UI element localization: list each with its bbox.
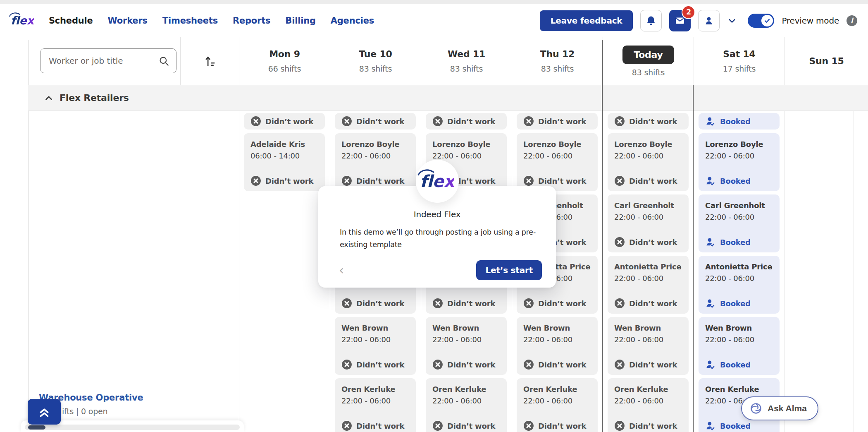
status-label: Didn’t work xyxy=(356,117,404,126)
shift-card[interactable]: Lorenzo Boyle22:00 - 06:00Didn’t work xyxy=(335,133,416,191)
shift-time: 22:00 - 06:00 xyxy=(432,396,500,405)
status-label: Didn’t work xyxy=(629,422,677,430)
x-circle-icon xyxy=(614,359,625,370)
shift-status-chip[interactable]: Didn’t work xyxy=(335,113,416,130)
shift-card[interactable]: Lorenzo Boyle22:00 - 06:00Didn’t work xyxy=(608,133,689,191)
worker-name: Adelaide Kris xyxy=(250,140,318,149)
status-label: Didn’t work xyxy=(538,177,586,185)
scrollbar-thumb[interactable] xyxy=(28,425,45,430)
preview-mode-toggle[interactable] xyxy=(748,14,774,28)
nav-link-reports[interactable]: Reports xyxy=(233,16,270,26)
worker-name: Lorenzo Boyle xyxy=(523,140,591,149)
day-header-wed-11[interactable]: Wed 1183 shifts xyxy=(421,37,512,85)
nav-link-workers[interactable]: Workers xyxy=(108,16,148,26)
day-header-sun-15[interactable]: Sun 15 xyxy=(785,37,868,85)
card-status-row: Didn’t work xyxy=(523,175,591,186)
primary-nav: ScheduleWorkersTimesheetsReportsBillingA… xyxy=(49,16,374,26)
shift-card[interactable]: Wen Brown22:00 - 06:00Didn’t work xyxy=(608,317,689,375)
nav-link-timesheets[interactable]: Timesheets xyxy=(162,16,218,26)
shift-card[interactable]: Carl Greenholt22:00 - 06:00Booked xyxy=(699,194,780,252)
shift-time: 22:00 - 06:00 xyxy=(614,213,682,221)
status-label: Didn’t work xyxy=(447,117,495,126)
chip-status-row: Didn’t work xyxy=(341,116,404,127)
nav-link-agencies[interactable]: Agencies xyxy=(331,16,374,26)
job-meta: ifts | 0 open xyxy=(62,407,107,416)
nav-link-billing[interactable]: Billing xyxy=(285,16,315,26)
scroll-top-button[interactable] xyxy=(28,399,61,425)
shift-card[interactable]: Wen Brown22:00 - 06:00Booked xyxy=(699,317,780,375)
card-status-row: Booked xyxy=(705,420,773,431)
notifications-button[interactable] xyxy=(640,10,662,31)
x-circle-icon xyxy=(250,175,261,186)
card-status-row: Didn’t work xyxy=(614,175,682,186)
shift-time: 22:00 - 06:00 xyxy=(614,396,682,405)
logo-arc-icon xyxy=(417,168,434,176)
status-label: Didn’t work xyxy=(265,177,313,185)
x-circle-icon xyxy=(432,298,443,309)
shift-status-chip[interactable]: Didn’t work xyxy=(608,113,689,130)
shift-time: 22:00 - 06:00 xyxy=(614,335,682,344)
shift-card[interactable]: Lorenzo Boyle22:00 - 06:00Booked xyxy=(699,133,780,191)
shift-card[interactable]: Adelaide Kris06:00 - 14:00Didn’t work xyxy=(244,133,325,191)
toggle-knob xyxy=(761,15,773,26)
day-header-today[interactable]: Today83 shifts xyxy=(603,37,694,85)
x-circle-icon xyxy=(523,359,534,370)
shift-status-chip[interactable]: Didn’t work xyxy=(517,113,598,130)
shift-status-chip[interactable]: Didn’t work xyxy=(426,113,507,130)
shift-card[interactable]: Antonietta Price22:00 - 06:00Didn’t work xyxy=(608,256,689,314)
person-check-icon xyxy=(705,420,716,431)
x-circle-icon xyxy=(614,298,625,309)
lets-start-button[interactable]: Let’s start xyxy=(476,260,542,280)
worker-name: Lorenzo Boyle xyxy=(614,140,682,149)
shift-card[interactable]: Wen Brown22:00 - 06:00Didn’t work xyxy=(426,317,507,375)
card-status-row: Didn’t work xyxy=(341,359,409,370)
flex-logo[interactable]: flex xyxy=(11,15,34,26)
sort-button[interactable] xyxy=(180,37,239,85)
worker-name: Oren Kerluke xyxy=(341,385,409,394)
ask-alma-button[interactable]: Ask Alma xyxy=(741,396,818,420)
status-label: Didn’t work xyxy=(629,238,677,247)
status-label: Didn’t work xyxy=(447,299,495,308)
shift-time: 22:00 - 06:00 xyxy=(705,274,773,283)
worker-name: Lorenzo Boyle xyxy=(705,140,773,149)
status-label: Didn’t work xyxy=(629,299,677,308)
shift-time: 22:00 - 06:00 xyxy=(341,396,409,405)
day-shift-count: 17 shifts xyxy=(723,64,756,73)
shift-card[interactable]: Oren Kerluke22:00 - 06:00Didn’t work xyxy=(335,378,416,432)
x-circle-icon xyxy=(523,420,534,431)
shift-status-chip[interactable]: Didn’t work xyxy=(244,113,325,130)
shift-card[interactable]: Lorenzo Boyle22:00 - 06:00Didn’t work xyxy=(517,133,598,191)
worker-name: Oren Kerluke xyxy=(614,385,682,394)
day-header-sat-14[interactable]: Sat 1417 shifts xyxy=(694,37,785,85)
search-input[interactable] xyxy=(48,55,158,66)
account-menu-chevron-icon[interactable] xyxy=(727,16,737,26)
chip-status-row: Didn’t work xyxy=(432,116,495,127)
top-nav: flex ScheduleWorkersTimesheetsReportsBil… xyxy=(0,4,868,37)
account-button[interactable] xyxy=(698,10,720,31)
day-label: Wed 11 xyxy=(448,49,485,59)
section-header: Flex Retailers xyxy=(28,85,868,111)
leave-feedback-button[interactable]: Leave feedback xyxy=(540,10,633,31)
shift-card[interactable]: Antonietta Price22:00 - 06:00Booked xyxy=(699,256,780,314)
day-shift-count: 83 shifts xyxy=(359,64,392,73)
shift-card[interactable]: Oren Kerluke22:00 - 06:00Didn’t work xyxy=(517,378,598,432)
shift-card[interactable]: Carl Greenholt22:00 - 06:00Didn’t work xyxy=(608,194,689,252)
card-status-row: Booked xyxy=(705,175,773,186)
shift-status-chip[interactable]: Booked xyxy=(699,113,780,130)
day-header-thu-12[interactable]: Thu 1283 shifts xyxy=(512,37,603,85)
day-header-mon-9[interactable]: Mon 966 shifts xyxy=(239,37,330,85)
indeed-flex-app: flex ScheduleWorkersTimesheetsReportsBil… xyxy=(0,0,868,432)
day-header-tue-10[interactable]: Tue 1083 shifts xyxy=(330,37,421,85)
status-label: Booked xyxy=(720,360,751,369)
day-shift-count: 83 shifts xyxy=(541,64,574,73)
info-icon[interactable]: i xyxy=(847,15,857,26)
card-status-row: Didn’t work xyxy=(614,359,682,370)
back-chevron[interactable]: ‹ xyxy=(339,264,344,276)
shift-card[interactable]: Oren Kerluke22:00 - 06:00Didn’t work xyxy=(426,378,507,432)
scrollbar-track[interactable] xyxy=(25,425,240,430)
shift-card[interactable]: Wen Brown22:00 - 06:00Didn’t work xyxy=(335,317,416,375)
shift-card[interactable]: Oren Kerluke22:00 - 06:00Didn’t work xyxy=(608,378,689,432)
chevron-up-icon[interactable] xyxy=(43,93,54,103)
shift-card[interactable]: Wen Brown22:00 - 06:00Didn’t work xyxy=(517,317,598,375)
nav-link-schedule[interactable]: Schedule xyxy=(49,16,93,26)
